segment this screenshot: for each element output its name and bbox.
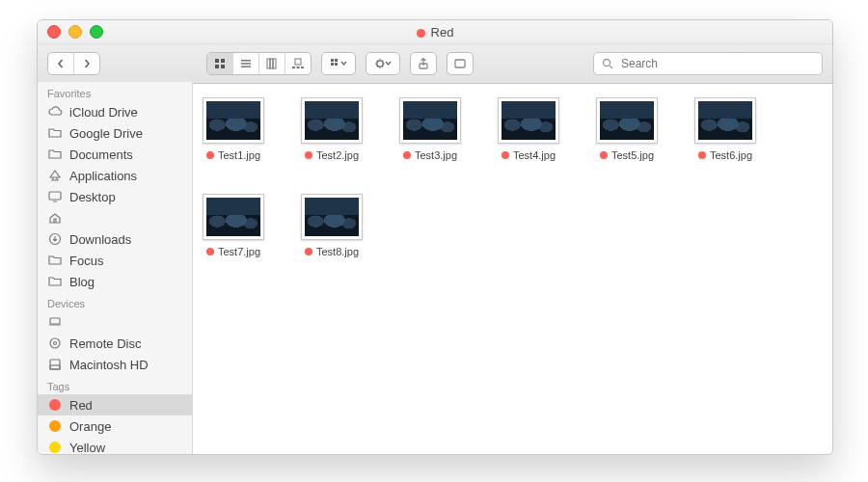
- svg-rect-2: [215, 65, 219, 68]
- sidebar-item[interactable]: iCloud Drive: [38, 101, 192, 122]
- forward-button[interactable]: [73, 53, 99, 74]
- tags-button[interactable]: [447, 52, 474, 75]
- tag-dot-icon: [47, 397, 63, 413]
- share-button[interactable]: [410, 52, 437, 75]
- file-item[interactable]: Test1.jpg: [203, 97, 264, 161]
- file-name: Test8.jpg: [305, 246, 359, 257]
- icon-view-button[interactable]: [207, 53, 232, 74]
- file-thumbnail: [694, 97, 756, 144]
- file-item[interactable]: Test6.jpg: [694, 97, 756, 161]
- home-icon: [47, 210, 63, 226]
- sidebar-item[interactable]: Blog: [38, 271, 192, 292]
- file-item[interactable]: Test8.jpg: [301, 194, 363, 257]
- sidebar-item[interactable]: Google Drive: [38, 122, 192, 144]
- folder-icon: [47, 125, 63, 141]
- sidebar-item[interactable]: Yellow: [38, 437, 192, 454]
- svg-rect-0: [215, 59, 219, 63]
- folder-icon: [47, 253, 63, 268]
- svg-rect-24: [50, 318, 60, 324]
- file-item[interactable]: Test5.jpg: [596, 97, 658, 161]
- download-icon: [47, 231, 63, 247]
- svg-point-26: [54, 342, 57, 345]
- file-name: Test1.jpg: [206, 149, 260, 161]
- sidebar-item[interactable]: Orange: [38, 415, 192, 437]
- file-thumbnail: [498, 97, 559, 144]
- file-item[interactable]: Test2.jpg: [301, 97, 363, 161]
- nav-buttons: [47, 52, 100, 75]
- sidebar: FavoritesiCloud DriveGoogle DriveDocumen…: [38, 82, 193, 454]
- file-tag-dot: [305, 248, 312, 255]
- svg-point-21: [604, 60, 610, 67]
- column-view-button[interactable]: [258, 53, 285, 74]
- svg-rect-6: [241, 66, 251, 67]
- group-by-menu[interactable]: [321, 52, 356, 75]
- file-tag-dot: [502, 151, 509, 159]
- file-thumbnail: [301, 97, 363, 144]
- sidebar-item-label: Blog: [69, 275, 95, 289]
- sidebar-item[interactable]: Remote Disc: [38, 333, 192, 354]
- svg-rect-3: [221, 65, 225, 68]
- sidebar-item[interactable]: Documents: [38, 144, 192, 165]
- sidebar-item[interactable]: Macintosh HD: [38, 354, 192, 375]
- file-thumbnail: [301, 194, 363, 240]
- file-name: Test5.jpg: [600, 149, 654, 161]
- sidebar-item[interactable]: Desktop: [38, 186, 192, 207]
- svg-rect-4: [241, 60, 251, 62]
- minimize-window-button[interactable]: [68, 25, 82, 39]
- search-field[interactable]: [593, 52, 823, 75]
- svg-rect-15: [335, 59, 338, 62]
- file-name: Test6.jpg: [698, 149, 752, 161]
- svg-point-25: [50, 338, 60, 348]
- close-window-button[interactable]: [47, 25, 61, 39]
- svg-rect-16: [331, 63, 334, 66]
- svg-rect-1: [221, 59, 225, 63]
- finder-window: Red Favorit: [37, 19, 833, 455]
- sidebar-item[interactable]: Downloads: [38, 228, 192, 250]
- file-tag-dot: [600, 151, 608, 159]
- folder-icon: [47, 274, 63, 289]
- desktop-icon: [47, 189, 63, 204]
- sidebar-item-label: Focus: [69, 254, 103, 268]
- list-view-button[interactable]: [232, 53, 258, 74]
- svg-rect-28: [50, 365, 60, 369]
- file-item[interactable]: Test4.jpg: [498, 97, 559, 161]
- sidebar-item-label: Orange: [69, 419, 111, 434]
- sidebar-item[interactable]: Red: [38, 394, 192, 415]
- sidebar-item[interactable]: [38, 207, 192, 228]
- cloud-icon: [47, 104, 63, 120]
- zoom-window-button[interactable]: [90, 25, 103, 39]
- file-grid: Test1.jpgTest2.jpgTest3.jpgTest4.jpgTest…: [193, 82, 832, 454]
- file-name: Test2.jpg: [305, 149, 359, 161]
- sidebar-item-label: Google Drive: [69, 126, 143, 141]
- gallery-view-button[interactable]: [285, 53, 311, 74]
- sidebar-item-label: Desktop: [69, 190, 116, 204]
- svg-rect-22: [49, 192, 61, 200]
- svg-point-18: [377, 61, 383, 67]
- sidebar-item[interactable]: Applications: [38, 165, 192, 186]
- sidebar-section-header: Tags: [38, 375, 192, 394]
- file-tag-dot: [698, 151, 706, 159]
- search-icon: [602, 58, 613, 69]
- hdd-icon: [47, 357, 63, 372]
- sidebar-item-label: Documents: [69, 147, 133, 162]
- svg-rect-20: [455, 60, 465, 67]
- disc-icon: [47, 335, 63, 351]
- file-item[interactable]: Test7.jpg: [203, 194, 264, 257]
- sidebar-item[interactable]: Focus: [38, 250, 192, 271]
- svg-rect-11: [292, 67, 295, 68]
- sidebar-item-label: Downloads: [69, 232, 131, 247]
- sidebar-item-label: Applications: [69, 169, 137, 183]
- folder-icon: [47, 147, 63, 162]
- action-menu[interactable]: [366, 52, 400, 75]
- search-input[interactable]: [619, 56, 814, 71]
- file-name: Test3.jpg: [403, 149, 457, 161]
- sidebar-item[interactable]: [38, 311, 192, 333]
- file-thumbnail: [203, 194, 264, 240]
- svg-rect-17: [335, 63, 338, 66]
- file-item[interactable]: Test3.jpg: [399, 97, 461, 161]
- svg-rect-5: [241, 63, 251, 65]
- file-thumbnail: [203, 97, 264, 144]
- file-name: Test7.jpg: [206, 246, 260, 257]
- back-button[interactable]: [48, 53, 73, 74]
- file-tag-dot: [305, 151, 312, 159]
